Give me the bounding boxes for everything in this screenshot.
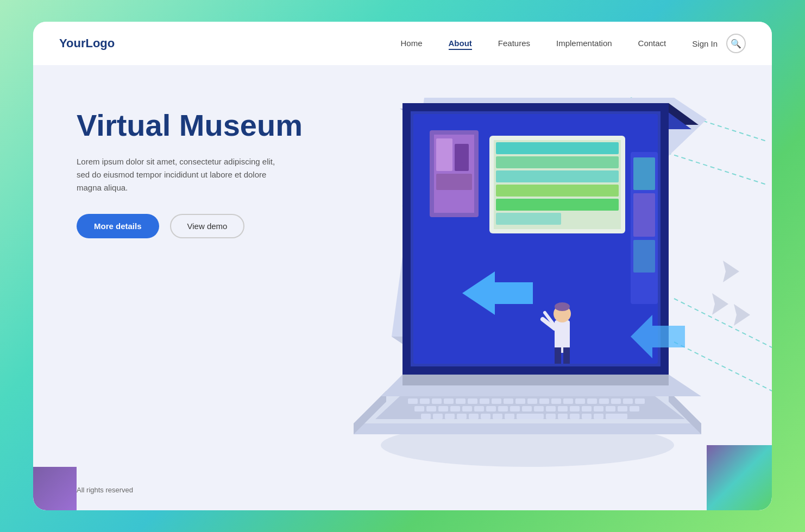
svg-rect-59	[445, 414, 455, 419]
nav-links: Home About Features Implementation Conta…	[400, 39, 666, 48]
svg-rect-103	[563, 347, 570, 364]
search-icon: 🔍	[731, 39, 741, 49]
svg-marker-9	[723, 261, 739, 282]
footer-copyright: All rights reserved	[77, 486, 133, 494]
page-card: YourLogo Home About Features Implementat…	[33, 22, 772, 510]
svg-rect-70	[594, 414, 603, 419]
svg-marker-11	[712, 293, 728, 315]
more-details-button[interactable]: More details	[77, 214, 159, 238]
sign-in-link[interactable]: Sign In	[692, 39, 718, 48]
svg-rect-34	[599, 398, 609, 404]
svg-rect-69	[582, 414, 592, 419]
svg-rect-85	[455, 144, 469, 171]
svg-rect-33	[587, 398, 597, 404]
svg-rect-49	[546, 406, 556, 411]
navbar: YourLogo Home About Features Implementat…	[33, 22, 772, 65]
svg-rect-94	[496, 213, 561, 225]
svg-rect-22	[456, 398, 466, 404]
svg-marker-80	[402, 375, 669, 385]
svg-rect-43	[474, 406, 484, 411]
svg-rect-102	[555, 347, 561, 364]
svg-rect-56	[630, 406, 639, 411]
svg-rect-29	[539, 398, 549, 404]
svg-rect-42	[462, 406, 472, 411]
svg-rect-96	[633, 157, 655, 190]
svg-rect-84	[436, 138, 452, 171]
svg-rect-32	[575, 398, 585, 404]
svg-rect-40	[438, 406, 448, 411]
svg-rect-35	[611, 398, 621, 404]
svg-rect-20	[432, 398, 442, 404]
search-icon-button[interactable]: 🔍	[726, 34, 746, 53]
svg-rect-65	[517, 414, 544, 419]
svg-rect-37	[635, 398, 645, 404]
nav-item-home[interactable]: Home	[400, 39, 422, 48]
svg-line-5	[674, 342, 772, 391]
svg-rect-52	[582, 406, 592, 411]
hero-description: Lorem ipsum dolor sit amet, consectetur …	[77, 155, 283, 194]
svg-rect-54	[606, 406, 615, 411]
svg-rect-63	[493, 414, 502, 419]
hero-illustration	[294, 65, 772, 499]
svg-rect-67	[558, 414, 568, 419]
svg-rect-41	[450, 406, 460, 411]
svg-rect-30	[551, 398, 561, 404]
svg-rect-48	[534, 406, 544, 411]
svg-rect-39	[426, 406, 436, 411]
nav-right: Sign In 🔍	[692, 34, 746, 53]
svg-rect-64	[505, 414, 514, 419]
svg-rect-38	[414, 406, 424, 411]
svg-rect-28	[527, 398, 537, 404]
nav-item-features[interactable]: Features	[498, 39, 530, 48]
svg-rect-27	[515, 398, 525, 404]
svg-rect-53	[594, 406, 603, 411]
svg-rect-18	[408, 398, 418, 404]
svg-rect-31	[563, 398, 573, 404]
svg-rect-71	[606, 414, 627, 419]
svg-rect-24	[480, 398, 489, 404]
svg-rect-91	[496, 170, 619, 182]
nav-item-contact[interactable]: Contact	[638, 39, 666, 48]
nav-item-about[interactable]: About	[449, 39, 472, 48]
hero-buttons: More details View demo	[77, 214, 316, 238]
illustration-svg	[294, 65, 772, 499]
svg-rect-62	[481, 414, 490, 419]
svg-rect-21	[444, 398, 454, 404]
svg-rect-60	[457, 414, 467, 419]
nav-item-implementation[interactable]: Implementation	[556, 39, 612, 48]
svg-rect-50	[558, 406, 568, 411]
svg-rect-57	[421, 414, 431, 419]
svg-rect-98	[633, 240, 655, 273]
svg-rect-46	[510, 406, 520, 411]
svg-rect-61	[469, 414, 479, 419]
view-demo-button[interactable]: View demo	[170, 214, 245, 238]
logo: YourLogo	[59, 36, 115, 50]
svg-rect-92	[496, 185, 619, 197]
svg-rect-23	[468, 398, 477, 404]
svg-rect-25	[492, 398, 501, 404]
svg-rect-55	[618, 406, 627, 411]
svg-rect-90	[496, 156, 619, 168]
svg-rect-93	[496, 199, 619, 211]
svg-marker-14	[354, 423, 701, 434]
svg-rect-58	[433, 414, 443, 419]
svg-rect-51	[570, 406, 580, 411]
svg-rect-97	[633, 193, 655, 237]
svg-rect-45	[498, 406, 508, 411]
svg-rect-36	[623, 398, 633, 404]
hero-title: Virtual Museum	[77, 109, 316, 142]
hero-left: Virtual Museum Lorem ipsum dolor sit ame…	[33, 65, 316, 238]
svg-rect-86	[436, 174, 472, 190]
svg-rect-66	[546, 414, 556, 419]
svg-rect-44	[486, 406, 496, 411]
svg-rect-26	[504, 398, 513, 404]
svg-point-105	[555, 302, 570, 311]
svg-rect-89	[496, 142, 619, 154]
svg-rect-68	[570, 414, 580, 419]
svg-rect-47	[522, 406, 532, 411]
main-content: Virtual Museum Lorem ipsum dolor sit ame…	[33, 65, 772, 510]
svg-rect-19	[420, 398, 430, 404]
svg-marker-10	[734, 304, 750, 326]
